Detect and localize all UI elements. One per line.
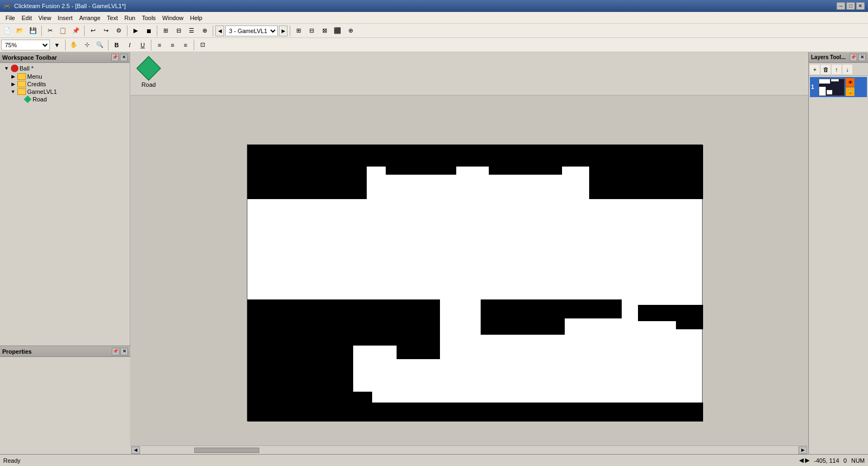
view-btn4[interactable]: ⬛ <box>331 25 343 37</box>
titlebar-title: Clickteam Fusion 2.5 - [Ball - GameLVL1*… <box>14 3 126 9</box>
tree-item-ball[interactable]: ▼ Ball * <box>0 64 130 73</box>
italic-button[interactable]: I <box>124 39 136 51</box>
layer-add-button[interactable]: + <box>810 65 820 74</box>
expand-menu[interactable]: ▶ <box>10 73 16 80</box>
frame-selector[interactable]: 1 - Menu 2 - Credits 3 - GameLVL1 <box>225 25 278 36</box>
select-tool[interactable]: ⊹ <box>81 39 93 51</box>
layers-pin-button[interactable]: 📌 <box>850 54 857 61</box>
separator-7 <box>65 40 66 50</box>
tree-label-credits: Credits <box>27 81 46 87</box>
undo-button[interactable]: ↩ <box>87 25 99 37</box>
new-button[interactable]: 📄 <box>1 25 13 37</box>
layer-lock-1[interactable]: 🔒 <box>846 87 854 96</box>
frame-tool[interactable]: ⊡ <box>196 39 208 51</box>
hscroll-thumb[interactable] <box>194 448 259 453</box>
workspace-close-button[interactable]: ✕ <box>120 54 127 61</box>
tree-item-menu[interactable]: ▶ Menu <box>0 73 130 80</box>
menu-file[interactable]: File <box>2 14 18 22</box>
menu-arrange[interactable]: Arrange <box>76 14 104 22</box>
menu-text[interactable]: Text <box>104 14 121 22</box>
underline-button[interactable]: U <box>137 39 149 51</box>
view-btn5[interactable]: ⊕ <box>344 25 356 37</box>
menu-help[interactable]: Help <box>187 14 206 22</box>
save-button[interactable]: 💾 <box>27 25 39 37</box>
tree-item-gamelvl1[interactable]: ▼ GameLVL1 <box>0 88 130 95</box>
workspace-pin-button[interactable]: 📌 <box>111 54 119 61</box>
status-text: Ready <box>3 457 21 464</box>
menu-window[interactable]: Window <box>159 14 187 22</box>
canvas-hscroll[interactable]: ◀ ▶ <box>130 445 808 454</box>
layers-header-icons: 📌 ✕ <box>850 54 866 61</box>
hscroll-right[interactable]: ▶ <box>799 446 807 454</box>
stop-button[interactable]: ⏹ <box>143 25 155 37</box>
paste-button[interactable]: 📌 <box>70 25 82 37</box>
layer-eye-1[interactable]: 👁 <box>846 78 854 87</box>
table-button[interactable]: ⊟ <box>173 25 184 37</box>
expand-credits[interactable]: ▶ <box>10 81 16 87</box>
workspace-header: Workspace Toolbar 📌 ✕ <box>0 52 130 63</box>
align-left[interactable]: ≡ <box>154 39 165 51</box>
menubar: File Edit View Insert Arrange Text Run T… <box>0 12 868 24</box>
workspace-title: Workspace Toolbar <box>2 54 57 61</box>
layer-item-1[interactable]: 1 👁 🔒 <box>810 77 867 97</box>
build-button[interactable]: ⚙ <box>113 25 125 37</box>
status-coords: -405, 114 <box>814 457 839 464</box>
expand-ball[interactable]: ▼ <box>3 65 10 72</box>
tree-item-road[interactable]: Road <box>0 95 130 103</box>
menu-edit[interactable]: Edit <box>18 14 35 22</box>
status-arrows: ◀ ▶ <box>799 457 809 464</box>
layers-close-button[interactable]: ✕ <box>858 54 866 61</box>
tree-label-menu: Menu <box>27 73 42 80</box>
zoom-select[interactable]: 75% 50% 100% 150% <box>1 40 50 50</box>
layer-delete-button[interactable]: 🗑 <box>821 65 831 74</box>
menu-view[interactable]: View <box>35 14 55 22</box>
zoom-tool[interactable]: 🔍 <box>94 39 106 51</box>
align-center[interactable]: ≡ <box>167 39 178 51</box>
align-right[interactable]: ≡ <box>180 39 192 51</box>
minimize-button[interactable]: ─ <box>837 2 845 10</box>
bold-button[interactable]: B <box>111 39 123 51</box>
frame-next-button[interactable]: ▶ <box>279 25 288 36</box>
svg-rect-1 <box>819 79 830 84</box>
hand-tool[interactable]: ✋ <box>68 39 80 51</box>
separator-10 <box>194 40 194 50</box>
maximize-button[interactable]: □ <box>846 2 855 10</box>
close-button[interactable]: ✕ <box>856 2 865 10</box>
road-diamond-icon <box>136 56 161 80</box>
expand-gamelvl1[interactable]: ▼ <box>10 88 16 95</box>
layer-up-button[interactable]: ↑ <box>832 65 841 74</box>
view-btn3[interactable]: ⊠ <box>318 25 330 37</box>
list-button[interactable]: ☰ <box>186 25 197 37</box>
hscroll-left[interactable]: ◀ <box>131 446 140 454</box>
copy-button[interactable]: 📋 <box>57 25 69 37</box>
separator-9 <box>151 40 151 50</box>
layer-down-button[interactable]: ↓ <box>843 65 852 74</box>
frame-prev-button[interactable]: ◀ <box>215 25 224 36</box>
titlebar: 🎮 Clickteam Fusion 2.5 - [Ball - GameLVL… <box>0 0 868 12</box>
menu-tools[interactable]: Tools <box>138 14 159 22</box>
tree-item-credits[interactable]: ▶ Credits <box>0 80 130 88</box>
redo-button[interactable]: ↪ <box>100 25 112 37</box>
app-icon: 🎮 <box>3 3 11 10</box>
menu-run[interactable]: Run <box>121 14 138 22</box>
view-btn2[interactable]: ⊟ <box>305 25 317 37</box>
layers-toolbar: + 🗑 ↑ ↓ <box>809 63 868 76</box>
open-button[interactable]: 📂 <box>14 25 26 37</box>
canvas-viewport[interactable] <box>130 95 808 445</box>
folder-icon-gamelvl1 <box>17 88 26 95</box>
play-button[interactable]: ▶ <box>130 25 142 37</box>
tree-label-ball: Ball * <box>20 65 34 72</box>
menu-insert[interactable]: Insert <box>54 14 76 22</box>
properties-close-button[interactable]: ✕ <box>120 348 128 355</box>
cut-button[interactable]: ✂ <box>44 25 56 37</box>
properties-panel: Properties 📌 ✕ <box>0 346 130 454</box>
properties-pin-button[interactable]: 📌 <box>112 348 119 355</box>
road-object[interactable]: Road <box>135 56 163 89</box>
view-btn1[interactable]: ⊞ <box>292 25 304 37</box>
road-object-label: Road <box>142 81 156 88</box>
grid-button[interactable]: ⊞ <box>159 25 171 37</box>
counter-button[interactable]: ⊕ <box>199 25 210 37</box>
zoom-dropdown[interactable]: ▼ <box>51 39 63 51</box>
statusbar-left: Ready <box>3 457 21 464</box>
canvas-content <box>130 95 808 445</box>
